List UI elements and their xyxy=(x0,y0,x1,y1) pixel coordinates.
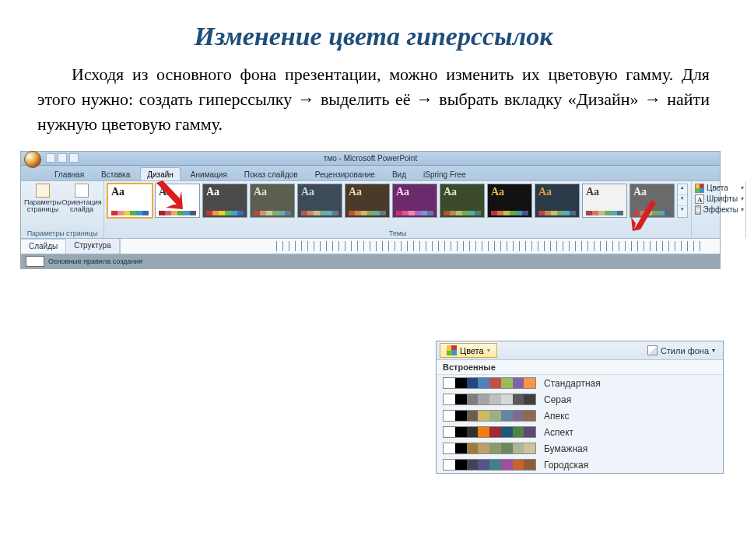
theme-sample-text: Aa xyxy=(301,187,338,198)
color-scheme-name: Серая xyxy=(544,394,571,405)
color-scheme-swatches xyxy=(443,443,536,454)
color-scheme-item[interactable]: Аспект xyxy=(437,424,723,440)
theme-thumbnail[interactable]: Aa xyxy=(582,184,627,218)
color-scheme-item[interactable]: Апекс xyxy=(437,408,723,424)
theme-thumbnail[interactable]: Aa xyxy=(345,184,390,218)
tab-home[interactable]: Главная xyxy=(47,167,91,180)
effects-icon xyxy=(695,205,701,215)
theme-sample-text: Aa xyxy=(159,187,196,198)
powerpoint-ribbon-screenshot: тмо - Microsoft PowerPoint Главная Встав… xyxy=(20,151,721,269)
tab-insert[interactable]: Вставка xyxy=(94,167,137,180)
theme-sample-text: Aa xyxy=(349,187,386,198)
theme-thumbnail[interactable]: Aa xyxy=(202,184,247,218)
color-scheme-item[interactable]: Серая xyxy=(437,391,723,408)
page-setup-button[interactable]: Параметры страницы xyxy=(24,184,61,214)
theme-thumbnail[interactable]: Aa xyxy=(630,184,675,218)
fonts-icon xyxy=(695,194,704,204)
theme-sample-text: Aa xyxy=(254,187,291,198)
themes-gallery-more[interactable]: ▴▾▾ xyxy=(677,184,688,218)
theme-sample-text: Aa xyxy=(396,187,433,198)
theme-sample-text: Aa xyxy=(111,187,149,198)
pane-tab-slides[interactable]: Слайды xyxy=(21,239,66,254)
tab-view[interactable]: Вид xyxy=(385,167,413,180)
group-label-themes: Темы xyxy=(107,228,688,237)
slide-paragraph: Исходя из основного фона презентации, мо… xyxy=(37,62,710,137)
color-scheme-item[interactable]: Бумажная xyxy=(437,440,723,457)
tab-animations[interactable]: Анимация xyxy=(184,167,234,180)
theme-sample-text: Aa xyxy=(538,187,576,198)
background-styles-button[interactable]: Стили фона ▾ xyxy=(647,345,723,355)
colors-icon xyxy=(695,184,704,193)
pane-tab-outline[interactable]: Структура xyxy=(66,239,119,254)
colors-dropdown-button[interactable]: Цвета ▾ xyxy=(440,343,497,358)
color-scheme-name: Апекс xyxy=(544,411,570,422)
color-scheme-swatches xyxy=(443,394,536,405)
theme-sample-text: Aa xyxy=(491,187,528,198)
colors-dropdown-panel: Цвета ▾ Стили фона ▾ Встроенные Стандарт… xyxy=(436,341,724,474)
tab-review[interactable]: Рецензирование xyxy=(308,167,382,180)
qat-redo-icon[interactable] xyxy=(69,153,79,163)
color-scheme-name: Городская xyxy=(544,460,588,471)
qat-save-icon[interactable] xyxy=(46,153,55,163)
color-scheme-swatches xyxy=(443,426,536,438)
tab-design[interactable]: Дизайн xyxy=(140,167,181,180)
office-button[interactable] xyxy=(24,151,41,168)
slide-thumbnail-caption: Основные правила создания xyxy=(48,257,142,265)
horizontal-ruler xyxy=(120,239,720,254)
color-scheme-name: Стандартная xyxy=(544,378,601,389)
theme-thumbnail[interactable]: Aa xyxy=(440,184,485,218)
theme-thumbnail[interactable]: Aa xyxy=(297,184,342,218)
theme-thumbnail[interactable]: Aa xyxy=(535,184,580,218)
color-scheme-name: Аспект xyxy=(544,427,573,438)
slide-title: Изменение цвета гиперссылок xyxy=(37,22,710,51)
theme-sample-text: Aa xyxy=(206,187,244,198)
theme-thumbnail[interactable]: Aa xyxy=(487,184,532,218)
color-scheme-list: СтандартнаяСераяАпексАспектБумажнаяГород… xyxy=(437,375,723,473)
theme-thumbnail[interactable]: Aa xyxy=(392,184,437,218)
theme-thumbnail[interactable]: Aa xyxy=(250,184,295,218)
color-scheme-name: Бумажная xyxy=(544,443,587,454)
effects-button[interactable]: Эффекты▾ xyxy=(695,205,744,215)
group-page-setup: Параметры страницы Ориентация слайда Пар… xyxy=(21,181,104,238)
qat-undo-icon[interactable] xyxy=(58,153,67,163)
color-scheme-swatches xyxy=(443,459,536,471)
tab-slideshow[interactable]: Показ слайдов xyxy=(237,167,305,180)
page-setup-icon xyxy=(36,184,50,198)
colors-button[interactable]: Цвета▾ xyxy=(695,184,744,193)
quick-access-toolbar xyxy=(46,153,79,163)
colors-section-header: Встроенные xyxy=(437,360,723,375)
group-theme-tools: Цвета▾ Шрифты▾ Эффекты▾ xyxy=(692,181,746,238)
slide-thumbnail-strip: Основные правила создания xyxy=(21,254,720,268)
color-scheme-item[interactable]: Стандартная xyxy=(437,375,723,391)
orientation-icon xyxy=(75,184,89,198)
colors-icon xyxy=(447,345,457,355)
ribbon-tabstrip: Главная Вставка Дизайн Анимация Показ сл… xyxy=(21,166,720,181)
group-themes: AaAaAaAaAaAaAaAaAaAaAaAa▴▾▾ Темы xyxy=(104,181,692,238)
slide-orientation-button[interactable]: Ориентация слайда xyxy=(63,184,100,214)
window-title: тмо - Microsoft PowerPoint xyxy=(21,154,720,163)
theme-thumbnail[interactable]: Aa xyxy=(107,184,153,218)
background-styles-icon xyxy=(647,345,658,355)
color-scheme-swatches xyxy=(443,410,536,422)
theme-sample-text: Aa xyxy=(586,187,623,198)
color-scheme-swatches xyxy=(443,377,536,389)
theme-sample-text: Aa xyxy=(633,187,671,198)
theme-sample-text: Aa xyxy=(444,187,481,198)
tab-ispring[interactable]: iSpring Free xyxy=(416,167,472,180)
group-label-page-setup: Параметры страницы xyxy=(24,228,100,237)
theme-thumbnail[interactable]: Aa xyxy=(155,184,200,218)
slide-thumbnail[interactable] xyxy=(26,256,44,267)
fonts-button[interactable]: Шрифты▾ xyxy=(695,194,744,204)
color-scheme-item[interactable]: Городская xyxy=(437,457,723,473)
